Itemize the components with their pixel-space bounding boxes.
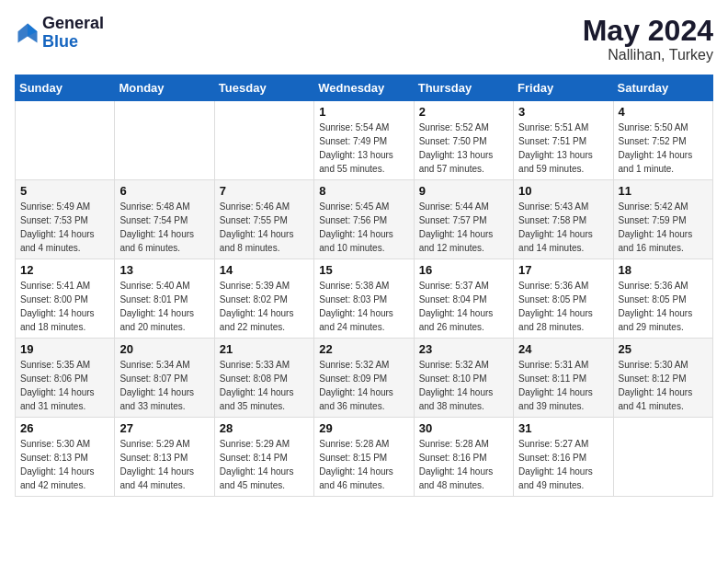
day-number: 16 — [419, 263, 508, 277]
col-header-tuesday: Tuesday — [214, 75, 313, 101]
day-info: Sunrise: 5:45 AM Sunset: 7:56 PM Dayligh… — [319, 200, 408, 255]
calendar-day-5: 5Sunrise: 5:49 AM Sunset: 7:53 PM Daylig… — [16, 180, 115, 259]
day-number: 13 — [119, 263, 209, 277]
day-number: 1 — [319, 105, 408, 119]
day-info: Sunrise: 5:36 AM Sunset: 8:05 PM Dayligh… — [518, 279, 608, 334]
day-info: Sunrise: 5:28 AM Sunset: 8:16 PM Dayligh… — [419, 437, 508, 492]
day-number: 2 — [419, 105, 508, 119]
day-number: 14 — [220, 263, 309, 277]
day-info: Sunrise: 5:51 AM Sunset: 7:51 PM Dayligh… — [518, 121, 608, 176]
day-number: 20 — [119, 342, 209, 356]
calendar-day-3: 3Sunrise: 5:51 AM Sunset: 7:51 PM Daylig… — [514, 101, 613, 180]
calendar-empty — [16, 101, 115, 180]
col-header-thursday: Thursday — [414, 75, 513, 101]
day-number: 24 — [518, 342, 608, 356]
calendar-day-26: 26Sunrise: 5:30 AM Sunset: 8:13 PM Dayli… — [16, 418, 115, 497]
day-number: 23 — [419, 342, 508, 356]
day-info: Sunrise: 5:30 AM Sunset: 8:12 PM Dayligh… — [619, 358, 708, 413]
day-number: 31 — [518, 421, 608, 435]
calendar-day-20: 20Sunrise: 5:34 AM Sunset: 8:07 PM Dayli… — [115, 339, 214, 418]
calendar-header-row: SundayMondayTuesdayWednesdayThursdayFrid… — [16, 75, 713, 101]
day-number: 9 — [419, 184, 508, 198]
day-info: Sunrise: 5:36 AM Sunset: 8:05 PM Dayligh… — [619, 279, 708, 334]
calendar-week-row: 12Sunrise: 5:41 AM Sunset: 8:00 PM Dayli… — [16, 259, 713, 339]
day-info: Sunrise: 5:31 AM Sunset: 8:11 PM Dayligh… — [518, 358, 608, 413]
day-number: 8 — [319, 184, 408, 198]
day-info: Sunrise: 5:49 AM Sunset: 7:53 PM Dayligh… — [20, 200, 109, 255]
title-area: May 2024 Nallihan, Turkey — [583, 15, 713, 63]
calendar-day-31: 31Sunrise: 5:27 AM Sunset: 8:16 PM Dayli… — [514, 418, 613, 497]
calendar-day-4: 4Sunrise: 5:50 AM Sunset: 7:52 PM Daylig… — [613, 101, 712, 180]
calendar-day-16: 16Sunrise: 5:37 AM Sunset: 8:04 PM Dayli… — [414, 259, 513, 339]
calendar-day-15: 15Sunrise: 5:38 AM Sunset: 8:03 PM Dayli… — [314, 259, 414, 339]
day-info: Sunrise: 5:29 AM Sunset: 8:13 PM Dayligh… — [119, 437, 209, 492]
day-number: 21 — [220, 342, 309, 356]
day-number: 19 — [20, 342, 109, 356]
day-number: 18 — [619, 263, 708, 277]
day-info: Sunrise: 5:30 AM Sunset: 8:13 PM Dayligh… — [20, 437, 109, 492]
day-number: 15 — [319, 263, 408, 277]
calendar-day-14: 14Sunrise: 5:39 AM Sunset: 8:02 PM Dayli… — [214, 259, 313, 339]
logo-icon — [15, 20, 40, 46]
col-header-monday: Monday — [115, 75, 214, 101]
day-info: Sunrise: 5:35 AM Sunset: 8:06 PM Dayligh… — [20, 358, 109, 413]
calendar-week-row: 5Sunrise: 5:49 AM Sunset: 7:53 PM Daylig… — [16, 180, 713, 259]
calendar-week-row: 26Sunrise: 5:30 AM Sunset: 8:13 PM Dayli… — [16, 418, 713, 497]
day-info: Sunrise: 5:52 AM Sunset: 7:50 PM Dayligh… — [419, 121, 508, 176]
calendar-week-row: 19Sunrise: 5:35 AM Sunset: 8:06 PM Dayli… — [16, 339, 713, 418]
day-number: 3 — [518, 105, 608, 119]
day-number: 25 — [619, 342, 708, 356]
calendar-day-18: 18Sunrise: 5:36 AM Sunset: 8:05 PM Dayli… — [613, 259, 712, 339]
day-info: Sunrise: 5:29 AM Sunset: 8:14 PM Dayligh… — [220, 437, 309, 492]
calendar-day-11: 11Sunrise: 5:42 AM Sunset: 7:59 PM Dayli… — [613, 180, 712, 259]
day-number: 26 — [20, 421, 109, 435]
calendar-day-22: 22Sunrise: 5:32 AM Sunset: 8:09 PM Dayli… — [314, 339, 414, 418]
day-info: Sunrise: 5:32 AM Sunset: 8:09 PM Dayligh… — [319, 358, 408, 413]
day-number: 22 — [319, 342, 408, 356]
page-header: General Blue May 2024 Nallihan, Turkey — [15, 15, 713, 63]
day-info: Sunrise: 5:32 AM Sunset: 8:10 PM Dayligh… — [419, 358, 508, 413]
col-header-wednesday: Wednesday — [314, 75, 414, 101]
calendar-day-19: 19Sunrise: 5:35 AM Sunset: 8:06 PM Dayli… — [16, 339, 115, 418]
day-number: 27 — [119, 421, 209, 435]
day-info: Sunrise: 5:39 AM Sunset: 8:02 PM Dayligh… — [220, 279, 309, 334]
day-number: 7 — [220, 184, 309, 198]
calendar-empty — [613, 418, 712, 497]
col-header-sunday: Sunday — [16, 75, 115, 101]
day-number: 5 — [20, 184, 109, 198]
calendar-empty — [115, 101, 214, 180]
month-title: May 2024 — [583, 15, 713, 47]
day-number: 10 — [518, 184, 608, 198]
calendar-day-2: 2Sunrise: 5:52 AM Sunset: 7:50 PM Daylig… — [414, 101, 513, 180]
calendar-day-21: 21Sunrise: 5:33 AM Sunset: 8:08 PM Dayli… — [214, 339, 313, 418]
calendar-day-1: 1Sunrise: 5:54 AM Sunset: 7:49 PM Daylig… — [314, 101, 414, 180]
day-info: Sunrise: 5:50 AM Sunset: 7:52 PM Dayligh… — [619, 121, 708, 176]
day-info: Sunrise: 5:28 AM Sunset: 8:15 PM Dayligh… — [319, 437, 408, 492]
day-info: Sunrise: 5:38 AM Sunset: 8:03 PM Dayligh… — [319, 279, 408, 334]
day-info: Sunrise: 5:37 AM Sunset: 8:04 PM Dayligh… — [419, 279, 508, 334]
calendar-day-8: 8Sunrise: 5:45 AM Sunset: 7:56 PM Daylig… — [314, 180, 414, 259]
day-number: 4 — [619, 105, 708, 119]
calendar-day-6: 6Sunrise: 5:48 AM Sunset: 7:54 PM Daylig… — [115, 180, 214, 259]
calendar-day-29: 29Sunrise: 5:28 AM Sunset: 8:15 PM Dayli… — [314, 418, 414, 497]
calendar-day-23: 23Sunrise: 5:32 AM Sunset: 8:10 PM Dayli… — [414, 339, 513, 418]
calendar-day-25: 25Sunrise: 5:30 AM Sunset: 8:12 PM Dayli… — [613, 339, 712, 418]
calendar-day-10: 10Sunrise: 5:43 AM Sunset: 7:58 PM Dayli… — [514, 180, 613, 259]
col-header-saturday: Saturday — [613, 75, 712, 101]
day-number: 17 — [518, 263, 608, 277]
calendar-week-row: 1Sunrise: 5:54 AM Sunset: 7:49 PM Daylig… — [16, 101, 713, 180]
day-info: Sunrise: 5:44 AM Sunset: 7:57 PM Dayligh… — [419, 200, 508, 255]
day-info: Sunrise: 5:43 AM Sunset: 7:58 PM Dayligh… — [518, 200, 608, 255]
calendar-day-28: 28Sunrise: 5:29 AM Sunset: 8:14 PM Dayli… — [214, 418, 313, 497]
day-number: 6 — [119, 184, 209, 198]
calendar-day-17: 17Sunrise: 5:36 AM Sunset: 8:05 PM Dayli… — [514, 259, 613, 339]
day-number: 29 — [319, 421, 408, 435]
calendar-day-13: 13Sunrise: 5:40 AM Sunset: 8:01 PM Dayli… — [115, 259, 214, 339]
day-info: Sunrise: 5:34 AM Sunset: 8:07 PM Dayligh… — [119, 358, 209, 413]
location: Nallihan, Turkey — [583, 47, 713, 63]
logo-text: General Blue — [42, 15, 104, 52]
col-header-friday: Friday — [514, 75, 613, 101]
day-info: Sunrise: 5:27 AM Sunset: 8:16 PM Dayligh… — [518, 437, 608, 492]
day-info: Sunrise: 5:54 AM Sunset: 7:49 PM Dayligh… — [319, 121, 408, 176]
day-number: 12 — [20, 263, 109, 277]
